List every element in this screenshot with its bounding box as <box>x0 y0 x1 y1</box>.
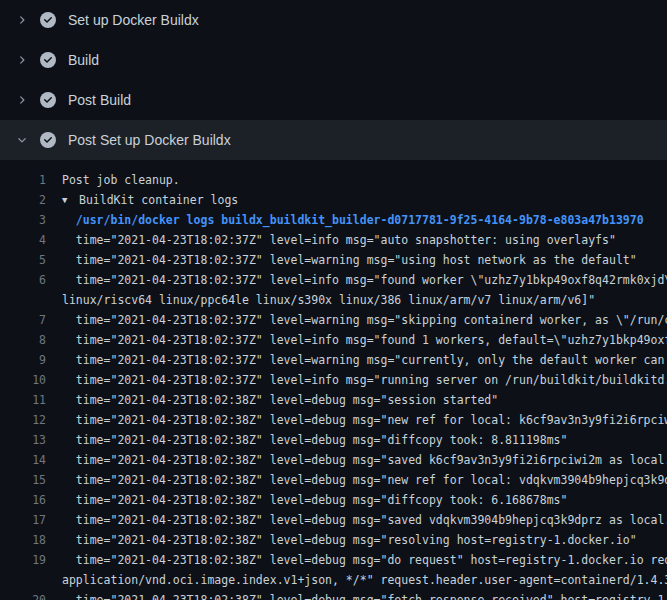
line-number[interactable]: 18 <box>0 530 46 550</box>
line-number[interactable]: 6 <box>0 270 46 290</box>
line-number[interactable]: 7 <box>0 310 46 330</box>
line-text: time="2021-04-23T18:02:38Z" level=debug … <box>46 450 667 470</box>
log-group-line: 2 ▼BuildKit container logs <box>0 190 667 210</box>
line-text: time="2021-04-23T18:02:38Z" level=debug … <box>46 430 567 450</box>
log-line: 3 /usr/bin/docker logs buildx_buildkit_b… <box>0 210 667 230</box>
chevron-icon <box>14 12 30 28</box>
step-row[interactable]: Set up Docker Buildx <box>0 0 667 40</box>
check-circle-icon <box>40 92 56 108</box>
step-label: Post Build <box>68 92 131 108</box>
log-line: 7 time="2021-04-23T18:02:37Z" level=warn… <box>0 310 667 330</box>
chevron-right-icon <box>17 55 27 65</box>
line-number[interactable]: 20 <box>0 590 46 600</box>
chevron-icon <box>14 132 30 148</box>
line-number[interactable]: 16 <box>0 490 46 510</box>
log-line: 16 time="2021-04-23T18:02:38Z" level=deb… <box>0 490 667 510</box>
workflow-log-viewer: Set up Docker Buildx Build <box>0 0 667 600</box>
line-text: time="2021-04-23T18:02:38Z" level=debug … <box>46 550 667 570</box>
chevron-icon <box>14 92 30 108</box>
log-line: 17 time="2021-04-23T18:02:38Z" level=deb… <box>0 510 667 530</box>
log-line: 11 time="2021-04-23T18:02:38Z" level=deb… <box>0 390 667 410</box>
log-line: application/vnd.oci.image.index.v1+json,… <box>0 570 667 590</box>
log-line: 5 time="2021-04-23T18:02:37Z" level=warn… <box>0 250 667 270</box>
log-line: 18 time="2021-04-23T18:02:38Z" level=deb… <box>0 530 667 550</box>
line-number[interactable] <box>0 290 46 310</box>
line-text: time="2021-04-23T18:02:38Z" level=debug … <box>46 470 667 490</box>
line-text: ▼BuildKit container logs <box>46 190 238 210</box>
line-text: time="2021-04-23T18:02:38Z" level=debug … <box>46 510 667 530</box>
chevron-icon <box>14 52 30 68</box>
line-text: time="2021-04-23T18:02:37Z" level=warnin… <box>46 310 667 330</box>
log-line: 9 time="2021-04-23T18:02:37Z" level=warn… <box>0 350 667 370</box>
line-number[interactable]: 1 <box>0 170 46 190</box>
line-text: time="2021-04-23T18:02:38Z" level=debug … <box>46 590 667 600</box>
line-text: time="2021-04-23T18:02:37Z" level=info m… <box>46 370 667 390</box>
log-line: 13 time="2021-04-23T18:02:38Z" level=deb… <box>0 430 667 450</box>
step-row[interactable]: Post Set up Docker Buildx <box>0 120 667 160</box>
line-text: time="2021-04-23T18:02:37Z" level=info m… <box>46 330 667 350</box>
line-number[interactable]: 12 <box>0 410 46 430</box>
line-number[interactable]: 14 <box>0 450 46 470</box>
step-row[interactable]: Build <box>0 40 667 80</box>
line-text: Post job cleanup. <box>46 170 180 190</box>
line-text: time="2021-04-23T18:02:38Z" level=debug … <box>46 530 637 550</box>
step-label: Set up Docker Buildx <box>68 12 199 28</box>
log-line: 12 time="2021-04-23T18:02:38Z" level=deb… <box>0 410 667 430</box>
line-text: application/vnd.oci.image.index.v1+json,… <box>46 570 667 590</box>
line-text: /usr/bin/docker logs buildx_buildkit_bui… <box>46 210 644 230</box>
line-number[interactable]: 15 <box>0 470 46 490</box>
line-number[interactable]: 5 <box>0 250 46 270</box>
line-number[interactable]: 2 <box>0 190 46 210</box>
line-number[interactable]: 17 <box>0 510 46 530</box>
line-number[interactable]: 11 <box>0 390 46 410</box>
log-line: 1 Post job cleanup. <box>0 170 667 190</box>
line-text: linux/riscv64 linux/ppc64le linux/s390x … <box>46 290 595 310</box>
line-number[interactable]: 13 <box>0 430 46 450</box>
step-label: Post Set up Docker Buildx <box>68 132 231 148</box>
group-title[interactable]: BuildKit container logs <box>79 193 238 207</box>
line-number[interactable] <box>0 570 46 590</box>
log-line: 19 time="2021-04-23T18:02:38Z" level=deb… <box>0 550 667 570</box>
line-text: time="2021-04-23T18:02:37Z" level=info m… <box>46 270 667 290</box>
log-line: 14 time="2021-04-23T18:02:38Z" level=deb… <box>0 450 667 470</box>
step-label: Build <box>68 52 99 68</box>
line-text: time="2021-04-23T18:02:38Z" level=debug … <box>46 410 667 430</box>
log-line: 20 time="2021-04-23T18:02:38Z" level=deb… <box>0 590 667 600</box>
log-line: 15 time="2021-04-23T18:02:38Z" level=deb… <box>0 470 667 490</box>
line-text: time="2021-04-23T18:02:38Z" level=debug … <box>46 390 498 410</box>
line-number[interactable]: 8 <box>0 330 46 350</box>
check-circle-icon <box>40 12 56 28</box>
line-number[interactable]: 4 <box>0 230 46 250</box>
line-number[interactable]: 3 <box>0 210 46 230</box>
step-row[interactable]: Post Build <box>0 80 667 120</box>
step-list: Set up Docker Buildx Build <box>0 0 667 160</box>
check-circle-icon <box>40 132 56 148</box>
line-text: time="2021-04-23T18:02:38Z" level=debug … <box>46 490 567 510</box>
log-output: 1 Post job cleanup. 2 ▼BuildKit containe… <box>0 160 667 600</box>
check-circle-icon <box>40 52 56 68</box>
line-number[interactable]: 10 <box>0 370 46 390</box>
chevron-down-icon <box>17 135 27 145</box>
line-number[interactable]: 19 <box>0 550 46 570</box>
log-line: 4 time="2021-04-23T18:02:37Z" level=info… <box>0 230 667 250</box>
line-text: time="2021-04-23T18:02:37Z" level=warnin… <box>46 250 637 270</box>
log-line: 6 time="2021-04-23T18:02:37Z" level=info… <box>0 270 667 290</box>
log-line: 8 time="2021-04-23T18:02:37Z" level=info… <box>0 330 667 350</box>
line-text: time="2021-04-23T18:02:37Z" level=warnin… <box>46 350 667 370</box>
line-text: time="2021-04-23T18:02:37Z" level=info m… <box>46 230 616 250</box>
triangle-down-icon[interactable]: ▼ <box>62 190 74 210</box>
line-number[interactable]: 9 <box>0 350 46 370</box>
log-line: linux/riscv64 linux/ppc64le linux/s390x … <box>0 290 667 310</box>
chevron-right-icon <box>17 95 27 105</box>
log-line: 10 time="2021-04-23T18:02:37Z" level=inf… <box>0 370 667 390</box>
chevron-right-icon <box>17 15 27 25</box>
